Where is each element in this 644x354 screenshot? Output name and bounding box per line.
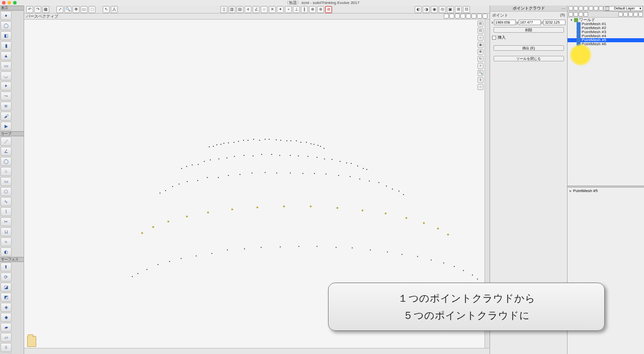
tool-render6-icon[interactable]: ⊞ [455,6,462,13]
tool-snap9-icon[interactable]: ⊕ [317,6,324,13]
detail-node[interactable]: ▸PointMesh #5 [568,188,644,194]
tool-view4-icon[interactable]: 4 [245,6,252,13]
rb4-icon[interactable] [584,12,588,17]
prop-insert-check[interactable]: 挿入 [490,34,567,41]
rb5-icon[interactable] [618,12,623,17]
vp-btn-8-icon[interactable] [482,14,488,19]
tool-star-icon[interactable]: ✦ [1,81,12,91]
rt4-icon[interactable] [584,6,588,11]
vp-side-7-icon[interactable]: + [477,63,484,69]
tool-render2-icon[interactable]: ◑ [423,6,430,13]
tool-rev-icon[interactable]: ⟳ [1,273,12,282]
tool-cursor-icon[interactable]: ↖ [103,6,110,13]
tool-snap5-icon[interactable]: ⋆ [285,6,292,13]
tool-loft-icon[interactable]: ≋ [1,102,12,111]
prop-remove-button[interactable]: 削除 [494,27,564,33]
vp-btn-5-icon[interactable] [466,14,471,19]
vp-btn-2-icon[interactable] [449,14,454,19]
rb9-icon[interactable] [638,12,643,17]
maximize-window-icon[interactable] [13,1,17,5]
vp-side-10-icon[interactable]: ○ [477,84,484,90]
tool-snap2-icon[interactable]: ○ [261,6,268,13]
tool-snap4-icon[interactable]: ✦ [277,6,284,13]
rt1-icon[interactable] [569,6,573,11]
rb2-icon[interactable] [574,12,578,17]
tool-zoom-icon[interactable]: 🔍 [64,6,71,13]
tool-trim-icon[interactable]: ✂ [1,217,12,226]
prop-extract-button[interactable]: 抽出 (E) [494,45,564,51]
tool-view3-icon[interactable]: ▤ [236,6,244,13]
tool-cone-icon[interactable]: ▲ [1,51,12,60]
tool-srf7-icon[interactable]: ◊ [1,343,12,352]
vp-side-1-icon[interactable]: ⊞ [477,21,484,27]
tool-srf1-icon[interactable]: ◪ [1,283,12,292]
tool-render7-icon[interactable]: ⊟ [463,6,470,13]
tool-snap1-icon[interactable]: ∠ [253,6,260,13]
tool-cyl-icon[interactable]: ▮ [1,41,12,50]
tool-snap3-icon[interactable]: ✕ [269,6,276,13]
vp-side-2-icon[interactable]: ⊟ [477,28,484,34]
tool-helix-icon[interactable]: ⌇ [1,207,12,216]
folder-icon[interactable] [27,336,36,347]
vp-side-4-icon[interactable]: ◉ [477,42,484,48]
tree-item[interactable]: PointMesh #6 [568,42,644,46]
tool-render5-icon[interactable]: ▣ [447,6,454,13]
vp-side-3-icon[interactable]: ⌂ [477,35,484,41]
expand-icon[interactable]: ▸ [570,189,572,193]
tool-cube-icon[interactable]: ◧ [1,31,12,40]
rt2-icon[interactable] [574,6,578,11]
tool-off-icon[interactable]: ≈ [1,237,12,246]
tool-snap7-icon[interactable]: ∥ [301,6,308,13]
tool-srf4-icon[interactable]: ◆ [1,313,12,322]
vp-side-8-icon[interactable]: 🔍 [477,70,484,76]
rb1-icon[interactable] [569,12,573,17]
tool-rect-icon[interactable]: ▭ [1,177,12,186]
vp-side-6-icon[interactable]: ↻ [477,56,484,62]
tool-redo-icon[interactable]: ↷ [34,6,41,13]
tool-circle-icon[interactable]: ○ [1,167,12,176]
tool-line-icon[interactable]: ／ [1,137,12,146]
tool-grid-icon[interactable]: ▦ [42,6,49,13]
vp-btn-7-icon[interactable] [477,14,482,19]
tool-render1-icon[interactable]: ◐ [415,6,422,13]
tool-sphere-icon[interactable]: ● [1,11,12,20]
tool-view2-icon[interactable]: ▥ [228,6,235,13]
tool-srf2-icon[interactable]: ◩ [1,293,12,302]
tool-ext-icon[interactable]: ⬆ [1,262,12,272]
vp-btn-4-icon[interactable] [460,14,465,19]
expand-icon[interactable]: ▾ [570,18,573,22]
tool-undo-icon[interactable]: ↶ [26,6,33,13]
tool-srf3-icon[interactable]: ◈ [1,303,12,312]
rt3-icon[interactable] [579,6,583,11]
tool-blend-icon[interactable]: ◐ [1,247,12,256]
coord-z-input[interactable] [543,20,566,25]
checkbox-icon[interactable] [492,36,496,40]
tool-zoomfit-icon[interactable]: ⤢ [56,6,63,13]
tool-srf5-icon[interactable]: ▰ [1,323,12,332]
tool-render3-icon[interactable]: ◉ [431,6,438,13]
tool-person-icon[interactable]: 人 [111,6,118,13]
rt5-icon[interactable] [589,6,593,11]
rt7-icon[interactable] [599,6,603,11]
tool-snap6-icon[interactable]: ⊥ [293,6,300,13]
vp-btn-3-icon[interactable] [455,14,460,19]
tool-ellipse-icon[interactable]: ◯ [1,157,12,166]
vp-btn-1-icon[interactable] [444,14,449,19]
coord-y-input[interactable] [519,20,541,25]
tool-srf6-icon[interactable]: ▱ [1,333,12,342]
rt6-icon[interactable] [594,6,598,11]
vp-side-5-icon[interactable]: ✥ [477,49,484,55]
tool-torus-icon[interactable]: ◯ [1,21,12,30]
tool-poly-icon[interactable]: ∠ [1,147,12,156]
tool-snap8-icon[interactable]: ⊗ [309,6,316,13]
layer-selector[interactable]: Default Layer▾ [604,6,643,11]
tool-lasso-icon[interactable]: ◌ [89,6,96,13]
close-window-icon[interactable] [2,1,6,5]
tool-sweep-icon[interactable]: ⤳ [1,92,12,101]
rb8-icon[interactable] [633,12,638,17]
vp-side-9-icon[interactable]: ⇕ [477,77,484,83]
tool-flag-icon[interactable]: ▶ [1,122,12,131]
tool-join-icon[interactable]: ⊔ [1,227,12,236]
rb6-icon[interactable] [623,12,628,17]
rb7-icon[interactable] [628,12,633,17]
